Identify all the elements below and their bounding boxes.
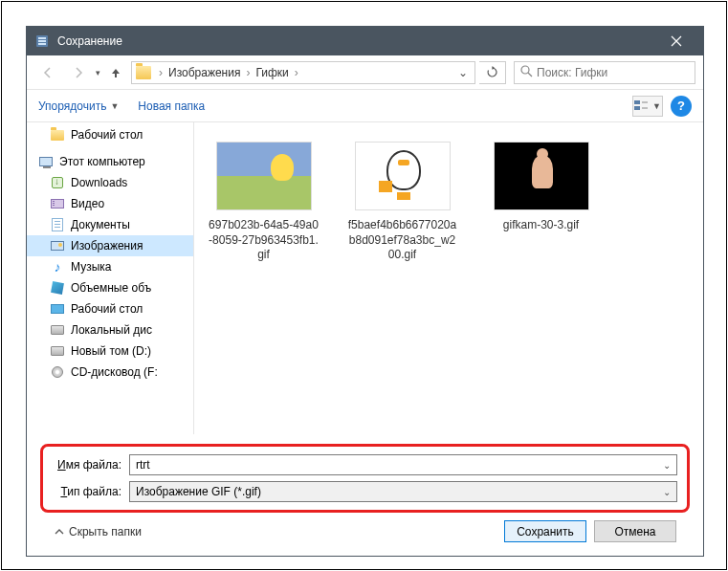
filename-label: Имя файла: xyxy=(53,458,129,472)
filename-input[interactable]: rtrt ⌄ xyxy=(129,454,677,475)
bottom-panel: Имя файла: rtrt ⌄ Тип файла: Изображение… xyxy=(27,434,703,556)
tree-new-volume[interactable]: Новый том (D:) xyxy=(27,340,193,362)
music-icon: ♪ xyxy=(50,259,65,275)
document-icon xyxy=(50,217,65,232)
file-item[interactable]: 697b023b-64a5-49a0-8059-27b963453fb1.gif xyxy=(204,142,323,263)
svg-rect-3 xyxy=(38,43,46,45)
filename-value: rtrt xyxy=(136,458,150,472)
tree-local-disk[interactable]: Локальный дис xyxy=(27,319,193,340)
tree-video[interactable]: Видео xyxy=(27,193,193,214)
desktop-icon xyxy=(50,301,65,317)
disk-icon xyxy=(50,343,65,359)
new-folder-button[interactable]: Новая папка xyxy=(138,99,205,113)
svg-rect-2 xyxy=(38,40,46,42)
tree-label: Рабочий стол xyxy=(71,302,143,316)
breadcrumb-gifs[interactable]: Гифки xyxy=(254,66,290,79)
forward-button[interactable] xyxy=(65,61,92,84)
tree-label: Новый том (D:) xyxy=(71,344,151,358)
image-icon xyxy=(50,238,65,253)
file-thumbnails[interactable]: 697b023b-64a5-49a0-8059-27b963453fb1.gif… xyxy=(194,122,703,434)
cube-icon xyxy=(50,280,65,296)
chevron-down-icon[interactable]: ⌄ xyxy=(663,487,671,497)
search-icon xyxy=(520,65,533,80)
breadcrumb-sep: › xyxy=(291,66,302,79)
filetype-row: Тип файла: Изображение GIF (*.gif) ⌄ xyxy=(53,481,677,502)
toolbar: Упорядочить ▼ Новая папка ▼ ? xyxy=(27,90,703,122)
tree-label: Объемные объ xyxy=(71,281,151,295)
thumbnail-preview xyxy=(216,142,312,210)
tree-3d-objects[interactable]: Объемные объ xyxy=(27,277,193,298)
organize-menu[interactable]: Упорядочить ▼ xyxy=(38,99,119,113)
download-icon xyxy=(50,175,65,190)
pc-icon xyxy=(38,154,54,169)
folder-icon xyxy=(136,66,151,79)
titlebar: Сохранение xyxy=(27,27,703,55)
breadcrumb-sep: › xyxy=(242,66,254,79)
tree-desktop2[interactable]: Рабочий стол xyxy=(27,298,193,319)
history-dropdown[interactable]: ▾ xyxy=(96,68,100,77)
tree-images[interactable]: Изображения xyxy=(27,235,193,256)
svg-line-5 xyxy=(528,73,532,77)
close-button[interactable] xyxy=(657,27,695,55)
view-mode-button[interactable]: ▼ xyxy=(632,96,663,117)
file-name: f5baef4b6b6677020ab8d091ef78a3bc_w200.gi… xyxy=(342,218,462,263)
file-item[interactable]: gifkam-30-3.gif xyxy=(481,142,601,233)
tree-desktop[interactable]: Рабочий стол xyxy=(27,124,193,145)
file-item[interactable]: f5baef4b6b6677020ab8d091ef78a3bc_w200.gi… xyxy=(342,142,462,263)
address-dropdown[interactable]: ⌄ xyxy=(455,66,471,79)
tree-this-pc[interactable]: Этот компьютер xyxy=(27,151,193,172)
filetype-select[interactable]: Изображение GIF (*.gif) ⌄ xyxy=(129,481,677,502)
up-button[interactable] xyxy=(104,61,127,84)
back-button[interactable] xyxy=(34,61,61,84)
tree-label: Этот компьютер xyxy=(59,155,145,168)
svg-rect-7 xyxy=(634,106,640,110)
save-dialog: Сохранение ▾ › Изображения › Гифки › ⌄ xyxy=(26,26,704,557)
svg-rect-6 xyxy=(634,100,640,104)
tree-documents[interactable]: Документы xyxy=(27,214,193,235)
search-box[interactable] xyxy=(514,61,695,84)
tree-label: Локальный дис xyxy=(71,323,152,337)
window-title: Сохранение xyxy=(57,34,657,48)
tree-music[interactable]: ♪Музыка xyxy=(27,256,193,277)
breadcrumb-images[interactable]: Изображения xyxy=(166,66,242,79)
chevron-down-icon: ▼ xyxy=(652,101,661,111)
hide-folders-label: Скрыть папки xyxy=(69,525,142,538)
tree-label: CD-дисковод (F: xyxy=(71,365,158,379)
tree-downloads[interactable]: Downloads xyxy=(27,172,193,193)
chevron-down-icon[interactable]: ⌄ xyxy=(663,460,671,471)
hide-folders-toggle[interactable]: Скрыть папки xyxy=(54,525,142,538)
disk-icon xyxy=(50,322,65,338)
filetype-value: Изображение GIF (*.gif) xyxy=(136,485,261,498)
svg-point-4 xyxy=(521,66,529,74)
filetype-label: Тип файла: xyxy=(53,485,129,498)
tree-cd-drive[interactable]: CD-дисковод (F: xyxy=(27,362,193,383)
refresh-button[interactable] xyxy=(479,61,506,84)
thumbnail-preview xyxy=(355,142,451,210)
tree-label: Музыка xyxy=(71,260,111,274)
breadcrumb-sep: › xyxy=(155,66,166,79)
nav-bar: ▾ › Изображения › Гифки › ⌄ xyxy=(27,55,703,90)
folder-tree[interactable]: Рабочий стол Этот компьютер Downloads Ви… xyxy=(27,122,194,434)
tree-label: Документы xyxy=(71,218,130,231)
content-area: Рабочий стол Этот компьютер Downloads Ви… xyxy=(27,122,703,434)
footer: Скрыть папки Сохранить Отмена xyxy=(40,513,690,542)
help-button[interactable]: ? xyxy=(671,96,692,117)
save-button[interactable]: Сохранить xyxy=(504,520,586,542)
highlight-box: Имя файла: rtrt ⌄ Тип файла: Изображение… xyxy=(40,444,690,513)
folder-icon xyxy=(50,127,65,143)
file-name: gifkam-30-3.gif xyxy=(481,218,601,233)
chevron-down-icon: ▼ xyxy=(110,101,119,111)
tree-label: Рабочий стол xyxy=(71,128,143,142)
file-name: 697b023b-64a5-49a0-8059-27b963453fb1.gif xyxy=(204,218,323,263)
chevron-up-icon xyxy=(54,526,65,538)
video-icon xyxy=(50,196,65,211)
cancel-button[interactable]: Отмена xyxy=(594,520,676,542)
search-input[interactable] xyxy=(537,66,689,79)
thumbnail-preview xyxy=(494,142,589,210)
organize-label: Упорядочить xyxy=(38,99,106,113)
tree-label: Изображения xyxy=(71,239,143,253)
tree-label: Downloads xyxy=(71,176,127,189)
svg-rect-1 xyxy=(38,37,46,39)
cd-icon xyxy=(50,364,65,380)
address-bar[interactable]: › Изображения › Гифки › ⌄ xyxy=(131,61,475,84)
